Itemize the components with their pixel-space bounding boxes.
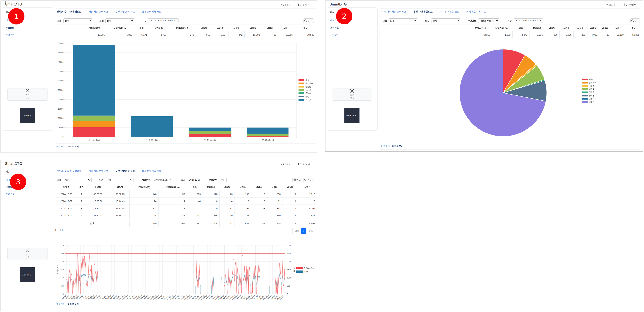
svg-text:2,750: 2,750 (160, 34, 166, 36)
svg-text:10: 10 (230, 214, 232, 217)
svg-text:24: 24 (182, 200, 185, 203)
svg-text:5,204: 5,204 (309, 207, 315, 210)
svg-text:6,171: 6,171 (141, 34, 147, 36)
svg-text:78,586: 78,586 (307, 34, 314, 36)
svg-text:40: 40 (62, 277, 64, 279)
svg-text:44: 44 (198, 200, 201, 203)
svg-text:4,036: 4,036 (591, 34, 597, 36)
svg-text:638: 638 (245, 222, 249, 225)
svg-text:2,736: 2,736 (537, 34, 543, 36)
svg-text:52,665: 52,665 (286, 34, 293, 36)
svg-text:222: 222 (152, 207, 156, 210)
svg-text:0: 0 (216, 207, 218, 210)
svg-text:2024-12-09: 2024-12-09 (60, 193, 72, 195)
svg-text:2024-12-09: 2024-12-09 (60, 214, 72, 217)
svg-text:2500: 2500 (287, 252, 291, 254)
svg-text:56: 56 (182, 193, 185, 195)
svg-text:373: 373 (190, 34, 194, 36)
svg-text:2024-12-09: 2024-12-09 (60, 207, 72, 210)
svg-text:192: 192 (245, 193, 249, 195)
svg-text:0: 0 (62, 293, 64, 295)
svg-text:21:17:44: 21:17:44 (116, 207, 124, 210)
svg-text:30000: 30000 (58, 80, 64, 82)
svg-text:50000: 50000 (58, 42, 64, 44)
svg-text:52,985: 52,985 (632, 34, 640, 36)
svg-text:2000: 2000 (287, 260, 291, 263)
svg-text:08:52:25: 08:52:25 (116, 193, 124, 195)
svg-text:6,832: 6,832 (126, 34, 132, 36)
svg-text:120: 120 (60, 244, 64, 246)
svg-text:24: 24 (154, 200, 156, 203)
svg-text:338: 338 (277, 207, 280, 210)
svg-text:20: 20 (62, 285, 64, 287)
svg-text:0: 0 (287, 293, 288, 295)
svg-text:787: 787 (197, 222, 201, 225)
svg-text:28: 28 (262, 207, 265, 210)
svg-text:1,093: 1,093 (505, 34, 510, 36)
svg-text:0: 0 (216, 200, 218, 203)
svg-text:23:18:22: 23:18:22 (116, 214, 124, 217)
svg-text:60: 60 (62, 268, 64, 271)
svg-text:15000: 15000 (58, 108, 64, 110)
svg-text:10: 10 (262, 193, 265, 195)
svg-text:17:34:51: 17:34:51 (94, 207, 102, 210)
svg-text:48: 48 (182, 214, 185, 217)
svg-text:500: 500 (287, 285, 290, 287)
svg-text:848: 848 (277, 222, 280, 225)
svg-text:RPM: RPM (304, 271, 308, 273)
svg-text:72: 72 (230, 222, 232, 225)
svg-text:206: 206 (181, 222, 185, 225)
svg-text:380: 380 (554, 34, 558, 36)
svg-text:1,547: 1,547 (309, 214, 315, 217)
svg-text:3: 3 (81, 207, 82, 210)
svg-text:38,110: 38,110 (617, 34, 624, 36)
svg-text:4: 4 (231, 200, 232, 203)
svg-text:48: 48 (262, 222, 265, 225)
svg-text:3,066: 3,066 (566, 34, 572, 36)
svg-text:16:44:43: 16:44:43 (116, 200, 124, 203)
svg-text:0: 0 (294, 200, 296, 203)
svg-text:292: 292 (245, 207, 249, 210)
svg-text:35000: 35000 (58, 70, 64, 72)
svg-text:RPM: RPM (293, 267, 295, 272)
svg-text:4: 4 (294, 214, 296, 217)
svg-text:180: 180 (277, 214, 280, 217)
svg-text:206: 206 (582, 34, 585, 36)
svg-text:0: 0 (294, 193, 296, 195)
svg-text:78: 78 (154, 214, 156, 217)
svg-text:100: 100 (60, 252, 64, 254)
svg-text:136: 136 (245, 214, 249, 217)
svg-text:25000: 25000 (58, 89, 64, 91)
svg-text:1000: 1000 (287, 277, 291, 279)
svg-text:23: 23 (198, 207, 201, 210)
svg-text:18: 18 (246, 200, 249, 203)
svg-text:80: 80 (62, 260, 64, 263)
svg-text:1: 1 (81, 193, 82, 195)
svg-text:10: 10 (607, 34, 609, 36)
svg-text:3000: 3000 (287, 244, 291, 246)
svg-text:10000: 10000 (58, 117, 64, 119)
svg-text:10,505: 10,505 (98, 34, 105, 36)
svg-text:78: 78 (182, 207, 185, 210)
svg-text:283: 283 (197, 193, 201, 195)
svg-text:10: 10 (262, 214, 265, 217)
svg-text:1,712: 1,712 (309, 193, 315, 195)
svg-text:5000: 5000 (59, 126, 64, 129)
svg-text:26: 26 (230, 193, 232, 195)
svg-text:21:59:23: 21:59:23 (94, 214, 102, 217)
svg-text:0: 0 (294, 207, 296, 210)
svg-text:4: 4 (81, 214, 82, 217)
svg-text:666: 666 (206, 34, 210, 36)
svg-text:32: 32 (230, 207, 232, 210)
svg-text:06:26:07: 06:26:07 (94, 193, 102, 195)
svg-text:16:20:36: 16:20:36 (94, 200, 102, 203)
svg-text:2: 2 (81, 200, 82, 203)
svg-text:442: 442 (238, 34, 242, 36)
svg-text:178: 178 (214, 193, 218, 195)
svg-text:36: 36 (274, 34, 276, 36)
svg-text:298: 298 (277, 193, 280, 195)
svg-text:4,441: 4,441 (522, 34, 527, 36)
svg-text:8,463: 8,463 (309, 222, 315, 225)
svg-text:544: 544 (214, 222, 218, 225)
svg-text:10,792: 10,792 (253, 34, 260, 36)
